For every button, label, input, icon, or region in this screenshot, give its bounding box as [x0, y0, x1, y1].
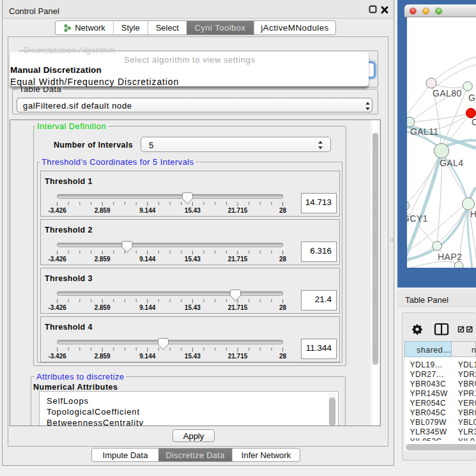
svg-text:C: C — [472, 117, 476, 127]
svg-text:H: H — [470, 209, 476, 219]
svg-text:GAL80: GAL80 — [433, 88, 462, 98]
svg-text:HAP2: HAP2 — [438, 252, 462, 262]
svg-text:GAL4: GAL4 — [440, 158, 463, 168]
svg-text:GAL11: GAL11 — [410, 127, 439, 137]
svg-text:GCY1: GCY1 — [407, 213, 428, 224]
svg-text:G: G — [468, 93, 475, 103]
